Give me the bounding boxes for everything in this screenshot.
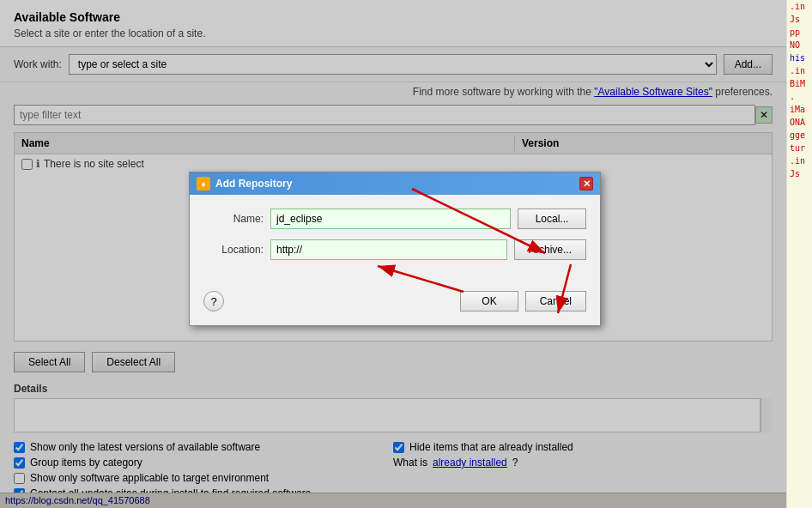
code-line-5: his	[787, 51, 812, 64]
ok-button[interactable]: OK	[460, 291, 518, 311]
dialog-footer: ? OK Cancel	[190, 284, 600, 325]
local-button[interactable]: Local...	[518, 209, 586, 229]
dialog-body: Name: Local... Location: Archive...	[190, 195, 600, 284]
code-line-9: iMa	[787, 103, 812, 116]
code-line-11: gge	[787, 129, 812, 142]
dialog-name-input[interactable]	[270, 209, 511, 229]
code-line-4: NO	[787, 39, 812, 51]
code-line-12: tur	[787, 142, 812, 154]
code-line-8: .	[787, 90, 812, 103]
code-line-14: Js	[787, 167, 812, 180]
add-repository-dialog: ♦ Add Repository ✕ Name: Local...	[189, 172, 601, 326]
code-sidebar: .in Js pp NO his .in BiM . iMa ONA gge t…	[786, 0, 812, 508]
dialog-location-label: Location:	[203, 244, 264, 256]
cancel-button[interactable]: Cancel	[525, 291, 586, 311]
dialog-titlebar: ♦ Add Repository ✕	[190, 172, 600, 195]
code-line-13: .in	[787, 154, 812, 167]
code-line-6: .in	[787, 64, 812, 77]
code-line-10: ONA	[787, 116, 812, 129]
dialog-title-left: ♦ Add Repository	[197, 177, 292, 190]
dialog-action-buttons: OK Cancel	[460, 291, 586, 311]
code-line-1: .in	[787, 0, 812, 13]
modal-overlay: ♦ Add Repository ✕ Name: Local...	[0, 0, 786, 508]
main-panel: Available Software Select a site or ente…	[0, 0, 786, 508]
dialog-name-label: Name:	[203, 213, 264, 225]
dialog-location-row: Location: Archive...	[203, 239, 586, 260]
dialog-title-icon: ♦	[197, 177, 210, 190]
code-line-7: BiM	[787, 77, 812, 90]
dialog-title-text: Add Repository	[215, 178, 292, 190]
code-line-2: Js	[787, 13, 812, 26]
archive-button[interactable]: Archive...	[514, 239, 586, 260]
dialog-name-row: Name: Local...	[203, 209, 586, 229]
code-line-3: pp	[787, 26, 812, 39]
dialog-close-button[interactable]: ✕	[579, 177, 593, 190]
dialog-location-input[interactable]	[270, 239, 507, 260]
help-button[interactable]: ?	[203, 291, 224, 311]
